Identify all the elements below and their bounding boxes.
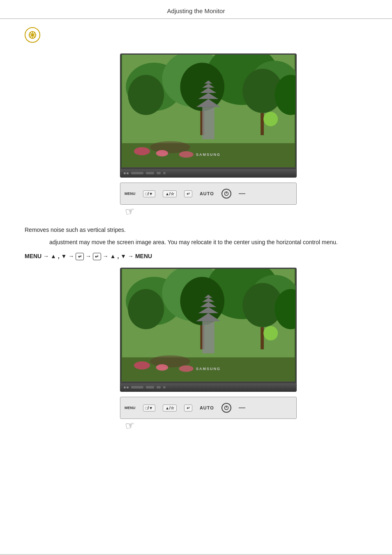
svg-rect-40 — [202, 321, 214, 353]
power-btn-2 — [221, 403, 231, 413]
monitor-base-1 — [120, 169, 297, 178]
finger-pointer-2: ☞ — [124, 419, 135, 433]
page-content: SAMSUNG MENU □/▼ — [0, 23, 392, 439]
ctrl-btn-2a: □/▼ — [143, 405, 156, 412]
page-title: Adjusting the Monitor — [167, 7, 225, 14]
description-line1: Removes noise such as vertical stripes. — [25, 225, 367, 234]
svg-rect-15 — [202, 107, 214, 139]
svg-rect-39 — [261, 327, 264, 349]
menu-path: MENU → ▲ , ▼ → ↵ → ↵ → ▲ , ▼ → MENU — [25, 253, 367, 261]
description-line2: adjustment may move the screen image are… — [25, 238, 367, 247]
coarse-icon — [25, 27, 40, 43]
svg-point-26 — [263, 112, 278, 126]
monitor-section-1: SAMSUNG MENU □/▼ — [49, 53, 367, 205]
samsung-logo-2: SAMSUNG — [120, 367, 297, 371]
control-bar-2: MENU □/▼ ▲/☆ ↵ AUTO — — [120, 397, 297, 419]
monitor-screen-1: SAMSUNG — [120, 53, 297, 169]
control-bar-1: MENU □/▼ ▲/☆ ↵ AUTO — — [120, 183, 297, 205]
svg-point-35 — [128, 289, 164, 329]
menu-path-text: MENU → ▲ , ▼ → ↵ → ↵ → ▲ , ▼ → MENU — [25, 253, 152, 261]
monitor-base-2 — [120, 383, 297, 392]
auto-label-1: AUTO — [200, 191, 214, 196]
minus-btn-1: — — [239, 190, 245, 197]
ctrl-btn-1c: ↵ — [184, 190, 192, 197]
svg-point-51 — [263, 326, 278, 340]
auto-label-2: AUTO — [200, 405, 214, 410]
monitor-section-2: SAMSUNG MENU □/▼ — [49, 268, 367, 419]
svg-rect-14 — [261, 113, 264, 135]
ctrl-btn-1b: ▲/☆ — [163, 190, 177, 197]
ctrl-btn-2b: ▲/☆ — [163, 405, 177, 412]
power-btn-1 — [221, 189, 231, 199]
svg-point-10 — [128, 75, 164, 115]
ctrl-btn-1a: □/▼ — [143, 190, 156, 197]
ctrl-btn-2c: ↵ — [184, 405, 192, 412]
page-header: Adjusting the Monitor — [0, 0, 392, 19]
description-section: Removes noise such as vertical stripes. … — [25, 225, 367, 247]
minus-btn-2: — — [239, 404, 245, 412]
monitor-screen-2: SAMSUNG — [120, 268, 297, 383]
finger-pointer-1: ☞ — [124, 204, 135, 219]
menu-label-2: MENU — [125, 406, 136, 410]
menu-label-1: MENU — [125, 192, 136, 196]
samsung-logo-1: SAMSUNG — [120, 153, 297, 157]
